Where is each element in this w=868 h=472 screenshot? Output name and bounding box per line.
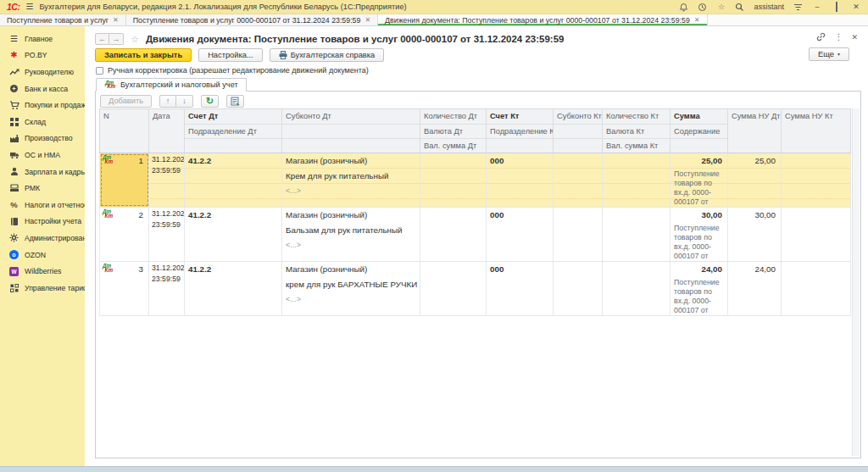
sidebar-item-wildberries[interactable]: W Wildberries xyxy=(0,263,85,280)
sidebar-item-rukovoditelyu[interactable]: Руководителю xyxy=(0,64,85,81)
tab-receipt-list[interactable]: Поступление товаров и услуг ✕ xyxy=(0,14,126,25)
sidebar-item-label: Управление тарифом xyxy=(25,284,85,292)
manual-adjustment-checkbox[interactable] xyxy=(96,67,103,75)
forward-button[interactable]: → xyxy=(109,33,124,45)
save-close-button[interactable]: Записать и закрыть xyxy=(95,48,192,62)
cell-n-selected[interactable]: ДтКт 1 xyxy=(100,153,149,207)
service-menu-icon[interactable] xyxy=(793,3,803,12)
tab-close-icon[interactable]: ✕ xyxy=(694,16,700,24)
sidebar-item-proizvodstvo[interactable]: Производство xyxy=(0,130,85,147)
row-number: 1 xyxy=(114,154,148,168)
col-kol-kt: Количество Кт xyxy=(603,109,670,124)
move-down-button[interactable]: ↓ xyxy=(176,95,193,108)
main-menu-icon[interactable]: ☰ xyxy=(25,3,33,11)
cell-kol-dt[interactable] xyxy=(420,208,487,261)
col-summa-nu-kt: Сумма НУ Кт xyxy=(782,109,850,124)
tab-accounting-tax[interactable]: ДтКт Бухгалтерский и налоговый учет xyxy=(96,78,247,92)
cell-date[interactable]: 31.12.202 23:59:59 xyxy=(149,262,185,315)
close-form-icon[interactable]: ✕ xyxy=(851,33,858,42)
current-user[interactable]: assistant xyxy=(754,3,784,11)
cell-summa[interactable]: 30,00 Поступление товаров по вх.д. 0000-… xyxy=(670,208,728,261)
sidebar-item-nastroyki-ucheta[interactable]: Настройки учета xyxy=(0,214,85,230)
vertical-scrollbar[interactable] xyxy=(852,108,860,456)
cell-summa-nu-dt[interactable]: 25,00 xyxy=(728,153,782,207)
col-kol-dt: Количество Дт xyxy=(420,109,486,124)
dtkt-icon: ДтКт xyxy=(102,263,114,274)
col-podr-dt: Подразделение Дт xyxy=(185,124,281,138)
accounting-reference-button[interactable]: Бухгалтерская справка xyxy=(270,48,385,62)
sidebar-item-pokupki-prodazhi[interactable]: Покупки и продажи xyxy=(0,97,85,114)
cell-schet-kt[interactable]: 000 xyxy=(487,153,554,207)
cell-kol-dt[interactable] xyxy=(420,262,487,315)
cart-icon xyxy=(8,101,19,110)
cell-summa-nu-dt[interactable]: 24,00 xyxy=(728,262,782,315)
notifications-icon[interactable] xyxy=(679,3,688,12)
sidebar-item-glavnoe[interactable]: ☰ Главное xyxy=(0,31,85,47)
sidebar-item-label: Склад xyxy=(25,118,46,126)
report-button[interactable] xyxy=(226,95,244,108)
sidebar-item-label: Производство xyxy=(25,134,73,142)
link-icon[interactable] xyxy=(816,32,826,42)
cell-kol-dt[interactable] xyxy=(420,153,487,207)
settings-button[interactable]: Настройка... xyxy=(198,48,263,62)
favorite-star-icon[interactable]: ☆ xyxy=(131,34,139,45)
sidebar-item-rmk[interactable]: РМК xyxy=(0,180,85,197)
refresh-button[interactable]: ↻ xyxy=(201,95,219,108)
cell-summa[interactable]: 25,00 Поступление товаров по вх.д. 0000-… xyxy=(670,153,728,207)
more-menu-icon[interactable]: ⋮ xyxy=(834,32,843,42)
move-up-button[interactable]: ↑ xyxy=(159,95,176,108)
sidebar-item-administrirovanie[interactable]: Администрирование xyxy=(0,230,85,247)
cell-summa-nu-kt[interactable] xyxy=(782,153,850,207)
cell-n[interactable]: ДтКт 2 xyxy=(100,208,149,261)
tab-document-movements[interactable]: Движения документа: Поступление товаров … xyxy=(378,14,707,25)
cell-schet-dt[interactable]: 41.2.2 xyxy=(185,262,282,315)
table-row[interactable]: ДтКт 1 31.12.202 23:59:59 41.2.2 Магазин… xyxy=(99,153,851,208)
cell-schet-kt[interactable]: 000 xyxy=(487,262,554,315)
cell-subkonto-kt[interactable] xyxy=(554,208,603,261)
cell-schet-dt[interactable]: 41.2.2 xyxy=(185,208,282,261)
cell-subkonto-kt[interactable] xyxy=(554,153,603,207)
cell-subkonto-kt[interactable] xyxy=(554,262,603,315)
table-row[interactable]: ДтКт 3 31.12.202 23:59:59 41.2.2 Магазин… xyxy=(99,262,851,316)
sidebar-item-zarplata-kadry[interactable]: Зарплата и кадры xyxy=(0,164,85,180)
cell-kol-kt[interactable] xyxy=(603,208,670,261)
cell-kol-kt[interactable] xyxy=(603,262,670,315)
cell-summa-nu-kt[interactable] xyxy=(782,208,850,261)
back-button[interactable]: ← xyxy=(95,33,109,45)
cell-subkonto-dt[interactable]: Магазин (розничный) Крем для рук питател… xyxy=(282,153,420,207)
close-icon[interactable]: ✕ xyxy=(851,3,861,11)
cell-summa-nu-kt[interactable] xyxy=(782,262,850,315)
cell-summa-nu-dt[interactable]: 30,00 xyxy=(728,208,782,261)
document-more-button[interactable]: Еще▾ xyxy=(809,47,849,61)
col-valsum-dt: Вал. сумма Дт xyxy=(420,138,486,153)
cell-subkonto-dt[interactable]: Магазин (розничный) крем для рук БАРХАТН… xyxy=(282,262,420,315)
app-titlebar: 1С: ☰ Бухгалтерия для Беларуси, редакция… xyxy=(0,0,868,14)
cell-schet-dt[interactable]: 41.2.2 xyxy=(185,153,282,207)
table-row[interactable]: ДтКт 2 31.12.202 23:59:59 41.2.2 Магазин… xyxy=(99,208,851,262)
sidebar-item-bank-kassa[interactable]: Банк и касса xyxy=(0,81,85,97)
tab-receipt-document[interactable]: Поступление товаров и услуг 0000-000107 … xyxy=(126,14,378,25)
add-button[interactable]: Добавить xyxy=(100,95,152,108)
cell-summa[interactable]: 24,00 Поступление товаров по вх.д. 0000-… xyxy=(670,262,728,315)
favorites-icon[interactable]: ☆ xyxy=(716,3,726,12)
cell-n[interactable]: ДтКт 3 xyxy=(100,262,149,315)
tab-close-icon[interactable]: ✕ xyxy=(113,16,119,24)
wildberries-logo-icon: W xyxy=(8,267,19,276)
sidebar-item-sklad[interactable]: Склад xyxy=(0,114,85,130)
minimize-icon[interactable]: – xyxy=(812,3,822,11)
history-icon[interactable] xyxy=(698,3,707,12)
sidebar-item-os-nma[interactable]: ОС и НМА xyxy=(0,147,85,164)
sidebar-item-nalogi[interactable]: % Налоги и отчетность xyxy=(0,197,85,214)
maximize-icon[interactable] xyxy=(832,3,842,11)
tab-close-icon[interactable]: ✕ xyxy=(364,16,370,24)
app-title: Бухгалтерия для Беларуси, редакция 2.1. … xyxy=(39,3,406,11)
sidebar-item-poby[interactable]: ✱ PO.BY xyxy=(0,47,85,64)
cell-date[interactable]: 31.12.202 23:59:59 xyxy=(149,208,185,261)
cell-kol-kt[interactable] xyxy=(603,153,670,207)
cell-schet-kt[interactable]: 000 xyxy=(487,208,554,261)
cell-subkonto-dt[interactable]: Магазин (розничный) Бальзам для рук пита… xyxy=(282,208,420,261)
sidebar-item-upravlenie-tarifom[interactable]: Управление тарифом xyxy=(0,280,85,297)
search-icon[interactable] xyxy=(735,3,744,12)
sidebar-item-ozon[interactable]: o OZON xyxy=(0,247,85,264)
cell-date[interactable]: 31.12.202 23:59:59 xyxy=(149,153,185,207)
